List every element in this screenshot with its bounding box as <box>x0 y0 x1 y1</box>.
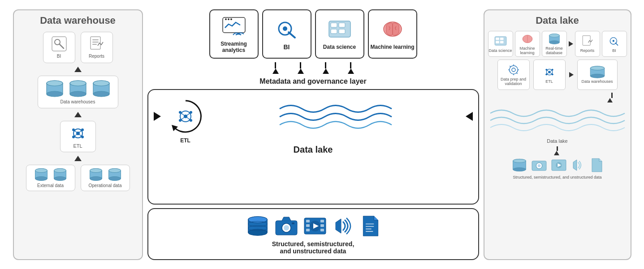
svg-rect-102 <box>320 229 324 231</box>
right-wave-svg <box>489 105 626 137</box>
svg-rect-115 <box>500 41 503 43</box>
ext-db-row <box>34 168 68 181</box>
svg-point-38 <box>35 168 47 172</box>
bottom-data-row: External data <box>18 165 138 191</box>
bi-label: BI <box>57 54 61 59</box>
camera-icon <box>275 215 298 237</box>
reports-box: Reports <box>81 32 113 63</box>
svg-point-61 <box>228 18 229 20</box>
svg-rect-107 <box>365 223 373 224</box>
r-arrow-1 <box>569 31 573 57</box>
bi-center-icon <box>275 17 298 41</box>
bottom-data-label: Structured, semistructured, and unstruct… <box>272 240 354 255</box>
etl-circle-container: ETL <box>165 96 206 137</box>
data-warehouses-label: Data warehouses <box>61 99 95 104</box>
up-arrows-row <box>268 62 359 74</box>
svg-point-22 <box>93 81 109 86</box>
svg-marker-164 <box>573 160 577 171</box>
svg-point-55 <box>108 176 121 180</box>
svg-rect-109 <box>365 228 371 229</box>
arrow-to-dw <box>74 112 82 117</box>
svg-point-64 <box>283 26 287 31</box>
r-realtime-db-icon <box>548 33 561 45</box>
operational-data-group: Operational data <box>81 165 130 191</box>
db-cyl-3 <box>91 80 111 98</box>
right-wave-area: Data lake <box>489 105 626 144</box>
operational-data-label: Operational data <box>89 183 122 188</box>
svg-rect-70 <box>339 29 345 34</box>
r-data-prep-box: Data prep and validation <box>497 60 530 90</box>
svg-line-127 <box>615 43 618 45</box>
etl-label-left: ETL <box>73 143 82 149</box>
svg-point-15 <box>70 91 86 97</box>
svg-rect-100 <box>320 220 324 222</box>
machine-learning-label: Machine learning <box>370 44 414 50</box>
bi-center-box: BI <box>262 9 311 59</box>
svg-point-10 <box>47 81 63 86</box>
document-icon <box>361 215 380 237</box>
r-mid-arrow <box>569 72 574 77</box>
r-machine-learning-box: Machine learning <box>515 31 540 57</box>
streaming-analytics-icon <box>222 15 246 38</box>
svg-point-154 <box>513 167 526 171</box>
data-lake-label-center: Data lake <box>294 145 333 155</box>
data-science-icon <box>328 18 351 41</box>
streaming-analytics-box: Streaming analytics <box>209 9 259 59</box>
right-mid-icons-row: Data prep and validation ETL <box>497 60 618 90</box>
svg-point-120 <box>549 40 559 44</box>
video-icon <box>303 215 327 237</box>
r-machine-learning-icon <box>521 33 534 45</box>
ext-db-1 <box>34 168 49 181</box>
svg-point-149 <box>590 66 605 70</box>
r-data-warehouses-label: Data warehouses <box>581 79 613 84</box>
svg-rect-95 <box>292 222 294 224</box>
r-bottom-camera-icon <box>531 158 547 172</box>
bi-center-label: BI <box>284 43 290 51</box>
r-etl-label: ETL <box>545 79 553 84</box>
op-db-1 <box>88 168 104 181</box>
r-realtime-db-label: Real-time database <box>542 46 566 55</box>
svg-point-43 <box>54 176 66 180</box>
svg-rect-97 <box>306 220 310 222</box>
r-data-science-box: Data science <box>488 31 513 57</box>
db-cyl-1 <box>45 80 65 98</box>
r-up-arrow <box>489 93 626 102</box>
svg-line-134 <box>510 66 510 67</box>
reports-icon <box>89 36 105 52</box>
wave-area <box>210 100 461 137</box>
external-data-group: External data <box>26 165 75 191</box>
arrow-to-etl <box>74 156 82 161</box>
r-bottom-video-icon <box>551 158 567 172</box>
left-panel-data-warehouse: Data warehouse BI Reports <box>13 9 143 260</box>
r-machine-learning-label: Machine learning <box>515 46 540 55</box>
svg-rect-113 <box>496 41 499 43</box>
svg-point-129 <box>512 68 515 72</box>
data-warehouses-section: Data warehouses <box>38 76 118 108</box>
svg-line-2 <box>59 44 64 49</box>
r-realtime-db-box: Real-time database <box>542 31 567 57</box>
main-diagram: Data warehouse BI Reports <box>9 5 636 265</box>
svg-rect-5 <box>92 42 99 43</box>
bi-icon <box>51 36 67 52</box>
svg-point-50 <box>90 168 102 172</box>
svg-rect-99 <box>306 229 310 231</box>
svg-point-155 <box>513 159 526 162</box>
r-data-prep-icon <box>506 64 521 76</box>
r-data-science-label: Data science <box>488 48 512 53</box>
svg-point-62 <box>230 18 232 20</box>
svg-point-126 <box>612 40 614 42</box>
operational-data-section: Operational data <box>81 165 130 191</box>
r-bottom-doc-icon <box>590 158 604 172</box>
left-inflow-arrow <box>154 112 161 121</box>
r-bi-box: BI <box>602 31 627 57</box>
svg-rect-69 <box>339 23 345 27</box>
wave-svg-center <box>210 100 461 136</box>
reports-label: Reports <box>89 54 104 59</box>
svg-point-44 <box>54 168 66 172</box>
r-reports-icon <box>581 35 594 47</box>
svg-rect-3 <box>91 37 100 49</box>
streaming-analytics-label: Streaming analytics <box>210 41 258 53</box>
r-bottom-speaker-icon <box>571 158 587 172</box>
r-reports-label: Reports <box>580 48 595 53</box>
speaker-icon <box>332 215 355 237</box>
